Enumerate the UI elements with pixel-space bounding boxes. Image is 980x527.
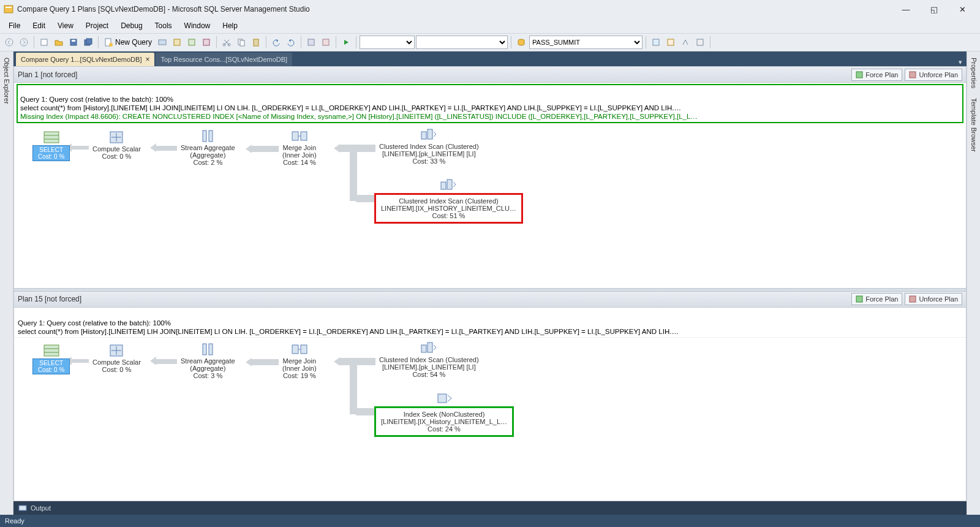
tab-compare-query[interactable]: Compare Query 1...[SQLvNextDemoDB] × — [16, 53, 154, 66]
tb-icon-4[interactable] — [200, 36, 213, 49]
tab-overflow-icon[interactable]: ▾ — [954, 58, 967, 66]
plan2-merge-join-node[interactable]: Merge Join(Inner Join)Cost: 19 % — [282, 343, 317, 379]
plan2-compute-scalar-node[interactable]: Compute ScalarCost: 0 % — [92, 344, 141, 373]
window-title: Compare Query 1 Plans [SQLvNextDemoDB] -… — [17, 5, 892, 13]
plan1-compute-scalar-node[interactable]: Compute ScalarCost: 0 % — [92, 131, 141, 160]
tb-icon-6[interactable] — [319, 36, 333, 49]
plan2-stream-aggregate-node[interactable]: Stream Aggregate(Aggregate)Cost: 3 % — [181, 343, 235, 379]
svg-rect-39 — [428, 129, 432, 139]
menu-project[interactable]: Project — [80, 20, 115, 31]
maximize-button[interactable]: ◱ — [920, 0, 948, 18]
right-sidebar: Properties Template Browser — [967, 51, 980, 515]
tb-icon-2[interactable] — [170, 36, 184, 49]
cut-icon[interactable] — [220, 36, 233, 49]
properties-tab[interactable]: Properties — [969, 55, 979, 91]
menu-window[interactable]: Window — [178, 20, 217, 31]
app-icon — [4, 4, 13, 14]
svg-rect-1 — [6, 7, 12, 8]
svg-rect-8 — [86, 39, 92, 44]
output-panel-header[interactable]: Output — [13, 501, 967, 515]
plan1-force-button[interactable]: Force Plan — [851, 69, 902, 81]
tab-top-resource-label: Top Resource Cons...[SQLvNextDemoDB] — [160, 56, 287, 63]
db-icon — [514, 36, 528, 49]
plan1-clustered-scan-top-node[interactable]: Clustered Index Scan (Clustered)[LINEITE… — [379, 128, 479, 165]
menu-view[interactable]: View — [51, 20, 80, 31]
redo-icon[interactable] — [284, 36, 298, 49]
tb-icon-10[interactable] — [693, 36, 707, 49]
svg-point-10 — [109, 43, 113, 47]
minimize-button[interactable]: — — [892, 0, 920, 18]
svg-rect-55 — [428, 343, 432, 352]
plan2-clustered-scan-node[interactable]: Clustered Index Scan (Clustered)[LINEITE… — [379, 341, 479, 378]
title-bar: Compare Query 1 Plans [SQLvNextDemoDB] -… — [0, 0, 980, 18]
menu-debug[interactable]: Debug — [115, 20, 148, 31]
save-icon[interactable] — [67, 36, 80, 49]
new-project-icon[interactable] — [37, 36, 51, 49]
plan2-select-node[interactable]: SELECTCost: 0 % — [32, 344, 70, 374]
paste-icon[interactable] — [249, 36, 263, 49]
status-bar: Ready — [0, 515, 980, 527]
close-button[interactable]: ✕ — [948, 0, 976, 18]
run-icon[interactable] — [339, 36, 353, 49]
svg-rect-28 — [44, 132, 59, 143]
plan1-stream-aggregate-node[interactable]: Stream Aggregate(Aggregate)Cost: 2 % — [181, 129, 235, 166]
svg-rect-0 — [4, 6, 13, 13]
menu-edit[interactable]: Edit — [26, 20, 51, 31]
tb-icon-3[interactable] — [185, 36, 198, 49]
svg-rect-53 — [301, 345, 307, 354]
svg-rect-35 — [209, 131, 213, 142]
nav-fwd-icon[interactable] — [17, 36, 31, 49]
plan2-index-seek-node[interactable]: Index Seek (NonClustered)[LINEITEM].[IX_… — [374, 392, 514, 437]
tb-icon-9[interactable] — [679, 36, 692, 49]
svg-rect-14 — [203, 39, 209, 45]
nav-back-icon[interactable] — [2, 36, 16, 49]
open-icon[interactable] — [52, 36, 66, 49]
svg-rect-36 — [292, 132, 298, 140]
save-all-icon[interactable] — [81, 36, 95, 49]
plan1-q3: Missing Index (Impact 48.6606): CREATE N… — [20, 113, 698, 120]
tb-icon-7[interactable] — [649, 36, 663, 49]
plan1-unforce-button[interactable]: Unforce Plan — [905, 69, 962, 81]
database-combo[interactable]: PASS_SUMMIT — [529, 36, 643, 49]
tab-close-icon[interactable]: × — [145, 55, 149, 64]
plan1-canvas[interactable]: SELECTCost: 0 % Compute ScalarCost: 0 % … — [14, 124, 966, 288]
svg-rect-19 — [254, 39, 258, 46]
left-sidebar: Object Explorer — [0, 51, 13, 515]
copy-icon[interactable] — [235, 36, 248, 49]
plan2-force-button[interactable]: Force Plan — [851, 293, 902, 305]
svg-rect-24 — [668, 39, 674, 45]
tab-compare-label: Compare Query 1...[SQLvNextDemoDB] — [21, 56, 141, 63]
plan1-merge-join-node[interactable]: Merge Join(Inner Join)Cost: 14 % — [282, 129, 317, 166]
plan1-select-node[interactable]: SELECTCost: 0 % — [32, 131, 70, 161]
object-explorer-tab[interactable]: Object Explorer — [2, 55, 12, 107]
tab-top-resource[interactable]: Top Resource Cons...[SQLvNextDemoDB] — [156, 53, 292, 66]
new-query-button[interactable]: New Query — [102, 36, 154, 49]
svg-rect-42 — [856, 296, 862, 302]
svg-rect-27 — [910, 72, 916, 78]
plan1-q2: select count(*) from [History].[LINEITEM… — [20, 104, 681, 112]
svg-rect-34 — [203, 131, 206, 142]
menu-file[interactable]: File — [2, 20, 26, 31]
plan2-q2: select count(*) from [History].[LINEITEM… — [18, 328, 679, 335]
tb-icon-1[interactable] — [156, 36, 169, 49]
plan2-unforce-button[interactable]: Unforce Plan — [905, 293, 962, 305]
menu-help[interactable]: Help — [216, 20, 244, 31]
config-combo[interactable] — [360, 36, 415, 49]
new-query-label: New Query — [115, 38, 152, 47]
template-browser-tab[interactable]: Template Browser — [969, 96, 979, 154]
undo-icon[interactable] — [270, 36, 283, 49]
svg-rect-23 — [653, 39, 659, 45]
tb-icon-5[interactable] — [304, 36, 318, 49]
plan1-header: Plan 1 [not forced] Force Plan Unforce P… — [14, 67, 966, 83]
tb-icon-8[interactable] — [664, 36, 677, 49]
svg-rect-26 — [856, 72, 862, 78]
svg-rect-41 — [447, 180, 452, 189]
svg-rect-56 — [438, 394, 447, 403]
plan1-query-block: Query 1: Query cost (relative to the bat… — [17, 84, 963, 123]
plan2-title: Plan 15 [not forced] — [18, 295, 849, 303]
menu-tools[interactable]: Tools — [149, 20, 178, 31]
target-combo[interactable] — [416, 36, 508, 49]
plan1-clustered-scan-bottom-node[interactable]: Clustered Index Scan (Clustered)LINEITEM… — [374, 178, 523, 224]
plan2-canvas[interactable]: SELECTCost: 0 % Compute ScalarCost: 0 % … — [14, 338, 966, 501]
svg-rect-4 — [41, 39, 47, 45]
